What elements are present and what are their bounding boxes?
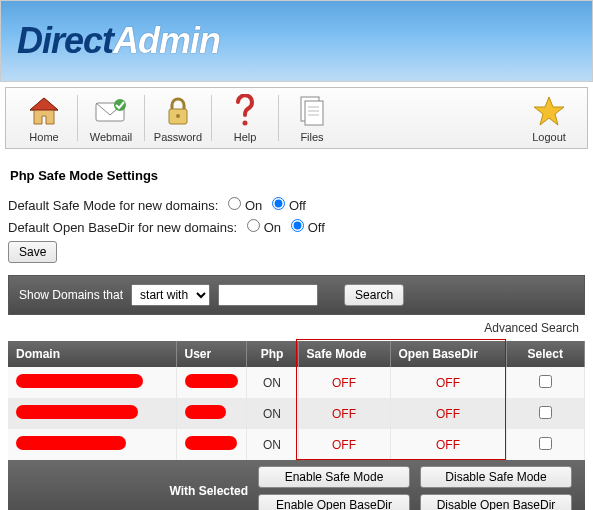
domain-search-bar: Show Domains that start with Search bbox=[8, 275, 585, 315]
separator bbox=[211, 95, 212, 141]
enable-safe-button[interactable]: Enable Safe Mode bbox=[258, 466, 410, 488]
advanced-search-link[interactable]: Advanced Search bbox=[484, 321, 579, 335]
col-basedir[interactable]: Open BaseDir bbox=[390, 341, 506, 367]
save-button[interactable]: Save bbox=[8, 241, 57, 263]
product-header: DirectAdmin bbox=[0, 0, 593, 82]
cell-basedir: OFF bbox=[390, 367, 506, 398]
svg-marker-12 bbox=[534, 97, 564, 125]
toolbar-password-label: Password bbox=[148, 131, 208, 143]
cell-safe: OFF bbox=[298, 429, 390, 460]
table-row: ONOFFOFF bbox=[8, 398, 585, 429]
help-icon bbox=[215, 93, 275, 129]
default-basedir-row: Default Open BaseDir for new domains: On… bbox=[8, 219, 585, 235]
redacted-bar bbox=[16, 374, 143, 388]
mail-icon bbox=[81, 93, 141, 129]
cell-safe: OFF bbox=[298, 367, 390, 398]
toolbar-logout[interactable]: Logout bbox=[519, 93, 579, 143]
domain-table: Domain User Php Safe Mode Open BaseDir S… bbox=[8, 341, 585, 460]
row-select-checkbox[interactable] bbox=[539, 406, 552, 419]
page-title: Php Safe Mode Settings bbox=[10, 168, 585, 183]
basedir-off-radio[interactable] bbox=[291, 219, 304, 232]
home-icon bbox=[14, 93, 74, 129]
safe-off-radio[interactable] bbox=[272, 197, 285, 210]
cell-safe: OFF bbox=[298, 398, 390, 429]
toolbar-logout-label: Logout bbox=[519, 131, 579, 143]
toolbar-password[interactable]: Password bbox=[148, 93, 208, 143]
svg-point-6 bbox=[243, 121, 248, 126]
toolbar-files[interactable]: Files bbox=[282, 93, 342, 143]
lock-icon bbox=[148, 93, 208, 129]
redacted-bar bbox=[16, 436, 126, 450]
domain-table-wrap: Domain User Php Safe Mode Open BaseDir S… bbox=[8, 341, 585, 460]
cell-domain bbox=[8, 398, 176, 429]
toolbar-webmail-label: Webmail bbox=[81, 131, 141, 143]
row-select-checkbox[interactable] bbox=[539, 375, 552, 388]
search-prefix: Show Domains that bbox=[19, 288, 123, 302]
basedir-on-radio[interactable] bbox=[247, 219, 260, 232]
brand-logo: DirectAdmin bbox=[17, 20, 220, 62]
separator bbox=[278, 95, 279, 141]
search-input[interactable] bbox=[218, 284, 318, 306]
brand-part2: Admin bbox=[113, 20, 220, 61]
cell-select bbox=[506, 398, 585, 429]
basedir-off-option[interactable]: Off bbox=[287, 219, 325, 235]
table-row: ONOFFOFF bbox=[8, 429, 585, 460]
search-mode-select[interactable]: start with bbox=[131, 284, 210, 306]
cell-domain bbox=[8, 429, 176, 460]
basedir-on-option[interactable]: On bbox=[243, 219, 281, 235]
files-icon bbox=[282, 93, 342, 129]
default-safe-label: Default Safe Mode for new domains: bbox=[8, 198, 218, 213]
toolbar-home-label: Home bbox=[14, 131, 74, 143]
with-selected-label: With Selected bbox=[16, 484, 248, 498]
redacted-bar bbox=[185, 436, 237, 450]
safe-off-option[interactable]: Off bbox=[268, 197, 306, 213]
main-toolbar: Home Webmail Password bbox=[5, 87, 588, 149]
col-user[interactable]: User bbox=[176, 341, 246, 367]
redacted-bar bbox=[185, 405, 226, 419]
col-select[interactable]: Select bbox=[506, 341, 585, 367]
cell-php: ON bbox=[246, 367, 298, 398]
svg-point-3 bbox=[114, 99, 126, 111]
star-icon bbox=[519, 93, 579, 129]
cell-user bbox=[176, 429, 246, 460]
row-select-checkbox[interactable] bbox=[539, 437, 552, 450]
cell-basedir: OFF bbox=[390, 398, 506, 429]
separator bbox=[144, 95, 145, 141]
col-php[interactable]: Php bbox=[246, 341, 298, 367]
on-label: On bbox=[245, 198, 262, 213]
default-basedir-label: Default Open BaseDir for new domains: bbox=[8, 220, 237, 235]
toolbar-help[interactable]: Help bbox=[215, 93, 275, 143]
on-label: On bbox=[264, 220, 281, 235]
disable-basedir-button[interactable]: Disable Open BaseDir bbox=[420, 494, 572, 510]
svg-marker-1 bbox=[30, 98, 58, 110]
off-label: Off bbox=[308, 220, 325, 235]
safe-on-radio[interactable] bbox=[228, 197, 241, 210]
svg-rect-8 bbox=[305, 101, 323, 125]
bulk-action-bar: With Selected Enable Safe Mode Disable S… bbox=[8, 460, 585, 510]
toolbar-files-label: Files bbox=[282, 131, 342, 143]
cell-select bbox=[506, 429, 585, 460]
redacted-bar bbox=[16, 405, 138, 419]
cell-select bbox=[506, 367, 585, 398]
toolbar-help-label: Help bbox=[215, 131, 275, 143]
table-row: ONOFFOFF bbox=[8, 367, 585, 398]
cell-basedir: OFF bbox=[390, 429, 506, 460]
cell-user bbox=[176, 367, 246, 398]
safe-on-option[interactable]: On bbox=[224, 197, 262, 213]
cell-php: ON bbox=[246, 429, 298, 460]
col-domain[interactable]: Domain bbox=[8, 341, 176, 367]
cell-php: ON bbox=[246, 398, 298, 429]
toolbar-home[interactable]: Home bbox=[14, 93, 74, 143]
separator bbox=[77, 95, 78, 141]
toolbar-webmail[interactable]: Webmail bbox=[81, 93, 141, 143]
disable-safe-button[interactable]: Disable Safe Mode bbox=[420, 466, 572, 488]
search-button[interactable]: Search bbox=[344, 284, 404, 306]
col-safe[interactable]: Safe Mode bbox=[298, 341, 390, 367]
off-label: Off bbox=[289, 198, 306, 213]
page-body: Php Safe Mode Settings Default Safe Mode… bbox=[0, 154, 593, 510]
cell-domain bbox=[8, 367, 176, 398]
cell-user bbox=[176, 398, 246, 429]
svg-point-5 bbox=[176, 114, 180, 118]
enable-basedir-button[interactable]: Enable Open BaseDir bbox=[258, 494, 410, 510]
default-safe-row: Default Safe Mode for new domains: On Of… bbox=[8, 197, 585, 213]
